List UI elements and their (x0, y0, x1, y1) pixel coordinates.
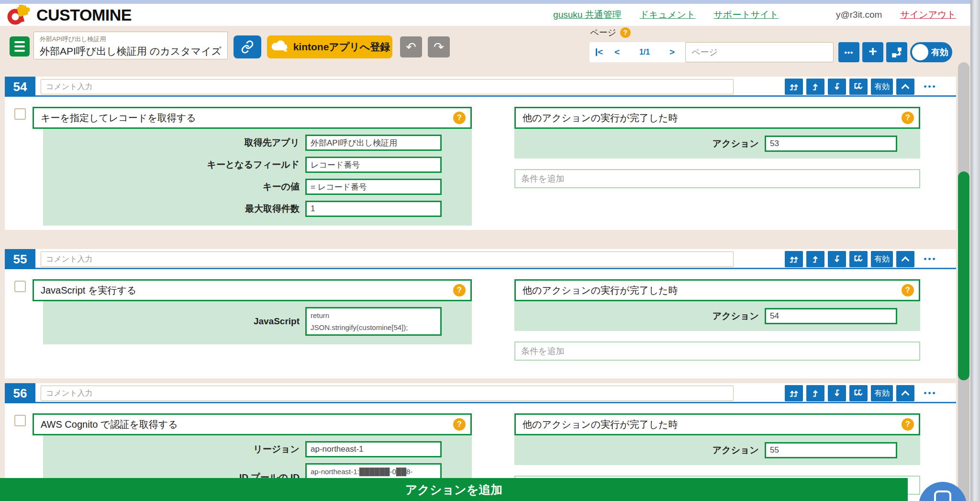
trigger-type-box[interactable]: 他のアクションの実行が完了した時 ? (514, 279, 920, 301)
comment-input[interactable] (41, 251, 734, 267)
undo-button[interactable]: ↶ (400, 36, 422, 57)
card-select-checkbox[interactable] (14, 415, 26, 426)
javascript-textarea[interactable]: return JSON.stringify(customine[54]); (305, 307, 442, 336)
page-help-icon[interactable]: ? (620, 27, 631, 38)
customine-logo-icon (7, 5, 32, 25)
trigger-action-input[interactable] (765, 442, 897, 458)
menu-button[interactable] (10, 36, 30, 57)
card-controls: 有効 ••• (785, 251, 943, 267)
field-input[interactable] (305, 201, 442, 217)
action-number-badge: 55 (5, 249, 35, 269)
trigger-action-label: アクション (514, 444, 765, 456)
trigger-help-icon[interactable]: ? (902, 284, 914, 296)
signout-link[interactable]: サインアウト (900, 9, 956, 21)
link-gusuku-admin[interactable]: gusuku 共通管理 (553, 9, 622, 21)
collapse-button[interactable] (896, 385, 914, 401)
prev-page-button[interactable]: < (608, 43, 626, 61)
move-bottom-icon (853, 388, 864, 399)
comment-input[interactable] (41, 386, 734, 401)
register-kintone-button[interactable]: kintoneアプリへ登録 (267, 35, 392, 58)
toolbar: 外部API呼び出し検証用 外部API呼び出し検証用 のカスタマイズ kinton… (0, 26, 980, 63)
action-params: 取得先アプリ キーとなるフィールド キーの値 最大取得件数 (43, 129, 472, 226)
move-bottom-button[interactable] (849, 79, 868, 95)
action-type-box[interactable]: JavaScript を実行する ? (33, 279, 472, 301)
move-up-button[interactable] (806, 251, 824, 267)
move-up-button[interactable] (806, 79, 824, 95)
first-page-button[interactable]: < (590, 43, 608, 61)
trigger-type-box[interactable]: 他のアクションの実行が完了した時 ? (514, 107, 920, 129)
move-top-button[interactable] (785, 385, 803, 401)
trigger-help-icon[interactable]: ? (902, 418, 914, 431)
move-down-button[interactable] (828, 251, 846, 267)
trigger-help-icon[interactable]: ? (902, 112, 914, 124)
card-select-checkbox[interactable] (14, 281, 26, 292)
toggle-knob (912, 44, 928, 60)
link-documents[interactable]: ドキュメント (640, 9, 696, 21)
enabled-state-button[interactable]: 有効 (871, 79, 893, 95)
page-name-input[interactable] (685, 42, 834, 62)
flow-view-button[interactable] (886, 42, 907, 62)
action-type-box[interactable]: キーを指定してレコードを取得する ? (33, 107, 472, 129)
card-55-header: 55 有効 ••• (5, 249, 956, 269)
add-condition-input[interactable] (514, 169, 920, 188)
browser-scrollbar[interactable] (970, 0, 980, 501)
action-card-54: 54 有効 ••• キーを指定してレコードを取得する ? 取得先アプリ キーとな… (5, 77, 956, 230)
move-top-button[interactable] (785, 79, 803, 95)
card-more-button[interactable]: ••• (918, 79, 943, 95)
action-help-icon[interactable]: ? (453, 418, 466, 431)
link-support-site[interactable]: サポートサイト (713, 9, 779, 21)
move-down-button[interactable] (828, 79, 846, 95)
card-more-button[interactable]: ••• (918, 251, 943, 267)
customine-app: CUSTOMINE gusuku 共通管理 ドキュメント サポートサイト y@r… (0, 0, 980, 501)
collapse-button[interactable] (896, 251, 914, 267)
enabled-state-button[interactable]: 有効 (871, 251, 893, 267)
move-bottom-icon (853, 81, 864, 92)
trigger-type-box[interactable]: 他のアクションの実行が完了した時 ? (514, 413, 920, 435)
redo-button[interactable]: ↷ (428, 36, 450, 57)
trigger-action-input[interactable] (765, 136, 897, 152)
chain-link-icon (241, 40, 254, 54)
move-down-button[interactable] (828, 385, 846, 401)
customization-title-box[interactable]: 外部API呼び出し検証用 外部API呼び出し検証用 のカスタマイズ (33, 32, 228, 59)
next-page-button[interactable]: > (663, 43, 681, 61)
field-label: 最大取得件数 (43, 203, 305, 215)
enabled-state-button[interactable]: 有効 (871, 385, 893, 401)
move-down-icon (832, 388, 842, 399)
action-help-icon[interactable]: ? (453, 112, 466, 124)
enabled-toggle[interactable]: 有効 (910, 42, 952, 62)
action-help-icon[interactable]: ? (453, 284, 466, 296)
card-select-checkbox[interactable] (14, 108, 26, 120)
action-type-box[interactable]: AWS Cognito で認証を取得する ? (33, 413, 472, 435)
field-input[interactable] (305, 157, 442, 173)
link-button[interactable] (234, 35, 261, 58)
card-more-button[interactable]: ••• (918, 385, 943, 401)
add-page-button[interactable]: + (862, 42, 883, 62)
move-up-button[interactable] (806, 385, 824, 401)
move-bottom-button[interactable] (849, 385, 868, 401)
page-more-button[interactable]: ••• (838, 42, 859, 62)
move-down-icon (832, 254, 842, 264)
field-label: 取得先アプリ (43, 137, 305, 149)
card-controls: 有効 ••• (785, 385, 943, 401)
app-header: CUSTOMINE gusuku 共通管理 ドキュメント サポートサイト y@r… (0, 4, 980, 26)
app-name-label: 外部API呼び出し検証用 (40, 35, 106, 44)
comment-input[interactable] (41, 79, 734, 94)
collapse-button[interactable] (896, 79, 914, 95)
move-top-icon (789, 388, 799, 399)
field-input[interactable] (305, 441, 442, 457)
chat-icon (932, 490, 953, 501)
move-bottom-button[interactable] (849, 251, 868, 267)
action-type-title: キーを指定してレコードを取得する (41, 113, 196, 123)
add-condition-input[interactable] (514, 342, 920, 361)
field-input[interactable] (305, 135, 442, 151)
move-down-icon (832, 81, 842, 92)
custom-scrollbar-thumb[interactable] (958, 171, 969, 380)
move-top-button[interactable] (785, 251, 803, 267)
page-label: ページ (590, 27, 616, 38)
action-card-55: 55 有効 ••• JavaScript を実行する ? JavaScript … (5, 249, 956, 378)
add-action-button[interactable]: アクションを追加 (0, 478, 908, 501)
field-input[interactable] (305, 179, 442, 195)
trigger-action-input[interactable] (765, 308, 897, 324)
trigger-params: アクション (514, 435, 920, 465)
card-54-header: 54 有効 ••• (5, 77, 956, 97)
